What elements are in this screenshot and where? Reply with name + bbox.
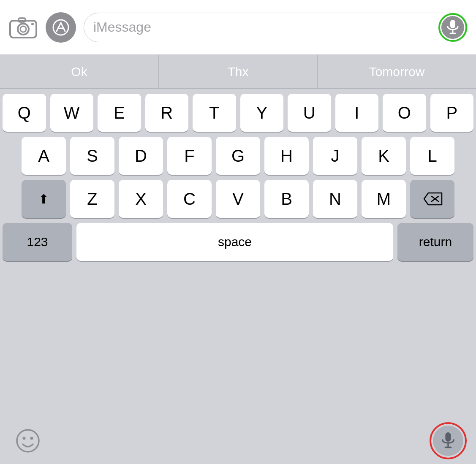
numbers-key[interactable]: 123 xyxy=(3,223,72,261)
svg-line-7 xyxy=(61,23,65,31)
key-c[interactable]: C xyxy=(167,180,212,218)
key-g[interactable]: G xyxy=(216,137,260,175)
predictive-bar: Ok Thx Tomorrow xyxy=(0,55,476,89)
svg-line-6 xyxy=(57,23,61,31)
key-y[interactable]: Y xyxy=(240,94,284,132)
key-k[interactable]: K xyxy=(362,137,406,175)
emoji-button[interactable] xyxy=(13,426,43,456)
appstore-button[interactable] xyxy=(46,12,76,43)
svg-point-5 xyxy=(53,20,68,35)
keyboard-row-4: 123 space return xyxy=(3,223,473,261)
key-b[interactable]: B xyxy=(264,180,309,218)
bottom-bar xyxy=(0,418,476,464)
key-l[interactable]: L xyxy=(410,137,454,175)
predictive-ok[interactable]: Ok xyxy=(0,55,159,88)
svg-point-1 xyxy=(18,24,29,35)
keyboard-row-2: ASDFGHJKL xyxy=(3,137,473,175)
mic-button-bottom[interactable] xyxy=(433,426,463,456)
key-v[interactable]: V xyxy=(216,180,260,218)
svg-point-2 xyxy=(20,26,26,32)
key-f[interactable]: F xyxy=(167,137,212,175)
key-i[interactable]: I xyxy=(335,94,379,132)
message-input[interactable] xyxy=(84,13,468,42)
keyboard: QWERTYUIOP ASDFGHJKL ⬆ZXCVBNM 123 space … xyxy=(0,89,476,418)
key-u[interactable]: U xyxy=(288,94,331,132)
appstore-icon xyxy=(46,12,76,43)
key-d[interactable]: D xyxy=(119,137,163,175)
svg-point-16 xyxy=(30,437,33,440)
keyboard-row-1: QWERTYUIOP xyxy=(3,94,473,132)
predictive-thx[interactable]: Thx xyxy=(159,55,318,88)
key-z[interactable]: Z xyxy=(70,180,114,218)
message-input-wrap xyxy=(84,13,468,42)
key-e[interactable]: E xyxy=(98,94,141,132)
mic-button-top[interactable] xyxy=(441,16,464,39)
key-h[interactable]: H xyxy=(264,137,309,175)
key-t[interactable]: T xyxy=(193,94,236,132)
space-key[interactable]: space xyxy=(76,223,393,261)
key-p[interactable]: P xyxy=(430,94,474,132)
key-o[interactable]: O xyxy=(383,94,426,132)
key-x[interactable]: X xyxy=(119,180,163,218)
key-s[interactable]: S xyxy=(70,137,114,175)
key-m[interactable]: M xyxy=(362,180,406,218)
svg-point-15 xyxy=(23,437,26,440)
predictive-tomorrow[interactable]: Tomorrow xyxy=(318,55,476,88)
svg-rect-17 xyxy=(445,432,451,442)
delete-key[interactable] xyxy=(410,180,454,218)
key-n[interactable]: N xyxy=(313,180,357,218)
svg-rect-9 xyxy=(450,20,455,28)
return-key[interactable]: return xyxy=(397,223,473,261)
keyboard-row-3: ⬆ZXCVBNM xyxy=(3,180,473,218)
shift-key[interactable]: ⬆ xyxy=(22,180,66,218)
key-w[interactable]: W xyxy=(50,94,94,132)
key-j[interactable]: J xyxy=(313,137,357,175)
key-r[interactable]: R xyxy=(145,94,189,132)
camera-button[interactable] xyxy=(8,13,38,42)
svg-point-14 xyxy=(17,430,39,452)
key-a[interactable]: A xyxy=(22,137,66,175)
top-bar xyxy=(0,0,476,55)
key-q[interactable]: Q xyxy=(3,94,46,132)
svg-point-4 xyxy=(31,23,34,25)
